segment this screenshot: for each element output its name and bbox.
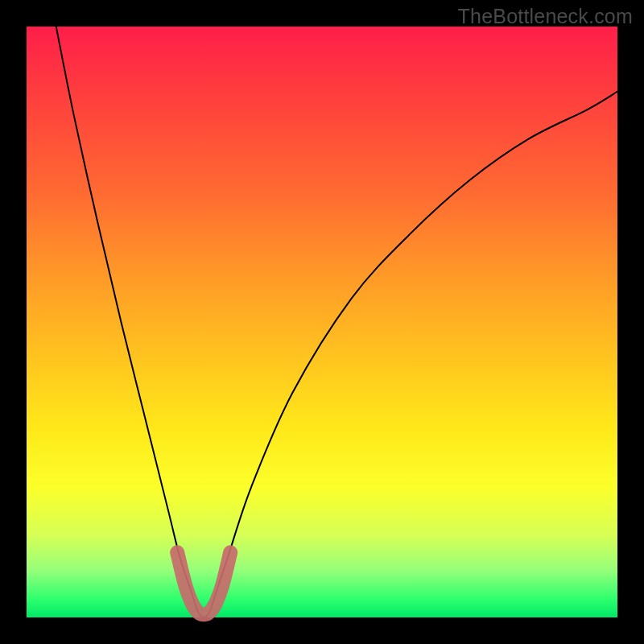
bottleneck-curve [56, 27, 617, 617]
plot-area [27, 27, 617, 617]
highlight-valley [177, 552, 230, 614]
chart-frame: TheBottleneck.com [0, 0, 644, 644]
watermark-text: TheBottleneck.com [458, 5, 633, 28]
curve-layer [27, 27, 617, 617]
